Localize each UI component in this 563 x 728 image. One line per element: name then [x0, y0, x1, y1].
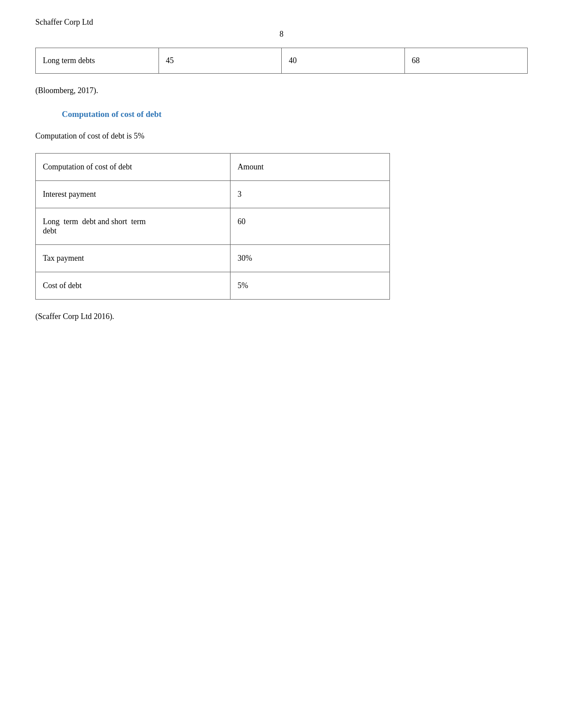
- intro-text: Computation of cost of debt is 5%: [35, 131, 528, 141]
- table-row-cost-of-debt: Cost of debt 5%: [36, 272, 390, 300]
- comp-value-tax: 30%: [230, 245, 389, 272]
- comp-label-cost-of-debt: Cost of debt: [36, 272, 230, 300]
- section-heading: Computation of cost of debt: [62, 109, 528, 119]
- table-row-interest: Interest payment 3: [36, 181, 390, 208]
- page: Schaffer Corp Ltd 8 Long term debts 45 4…: [0, 0, 563, 728]
- comp-value-debt: 60: [230, 208, 389, 245]
- citation1: (Bloomberg, 2017).: [35, 86, 528, 95]
- comp-label-header: Computation of cost of debt: [36, 154, 230, 181]
- long-term-debts-col3: 68: [404, 48, 528, 74]
- comp-value-interest: 3: [230, 181, 389, 208]
- long-term-debts-col1: 45: [159, 48, 282, 74]
- comp-table: Computation of cost of debt Amount Inter…: [35, 153, 390, 300]
- citation2: (Scaffer Corp Ltd 2016).: [35, 312, 528, 321]
- comp-label-tax: Tax payment: [36, 245, 230, 272]
- long-term-debts-label: Long term debts: [36, 48, 159, 74]
- table-row-header: Computation of cost of debt Amount: [36, 154, 390, 181]
- long-term-debts-col2: 40: [282, 48, 405, 74]
- comp-value-cost-of-debt: 5%: [230, 272, 389, 300]
- page-number: 8: [35, 30, 528, 39]
- table-row-debt: Long term debt and short termdebt 60: [36, 208, 390, 245]
- top-table: Long term debts 45 40 68: [35, 48, 528, 74]
- comp-label-interest: Interest payment: [36, 181, 230, 208]
- company-name: Schaffer Corp Ltd: [35, 18, 528, 27]
- table-row: Long term debts 45 40 68: [36, 48, 528, 74]
- comp-label-debt: Long term debt and short termdebt: [36, 208, 230, 245]
- comp-value-header: Amount: [230, 154, 389, 181]
- table-row-tax: Tax payment 30%: [36, 245, 390, 272]
